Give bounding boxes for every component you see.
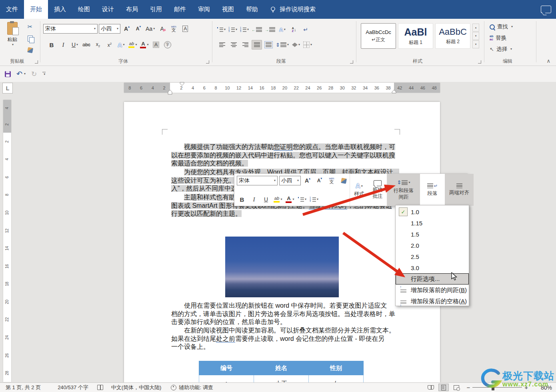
character-shading-button[interactable]: A [151,40,161,50]
mini-styles-button[interactable]: A▾ 样式 [350,174,368,206]
tab-file[interactable]: 文件 [0,0,24,19]
italic-button[interactable]: I [58,40,68,50]
align-left-button[interactable] [217,40,227,50]
multilevel-list-button[interactable]: ▾ [239,25,250,34]
undo-button[interactable]: ↶▾ [16,70,26,78]
save-button[interactable] [5,71,11,77]
document-page[interactable]: 视频提供了功能强大的方法帮助您证明您的观点。当您单击联机视频时，可 以在想要添加… [124,102,440,383]
change-case-button[interactable]: Aa▾ [145,24,156,34]
zoom-slider[interactable] [472,387,522,388]
tab-design[interactable]: 设计 [96,0,120,19]
replace-button[interactable]: abac替换 [490,33,513,43]
accessibility-status[interactable]: 辅助功能: 调查 [179,384,213,391]
styles-more-button[interactable]: ▾ [472,40,479,48]
menu-item-2-0[interactable]: 2.0 [396,240,469,251]
menu-item-add-space-after[interactable]: ↓ 增加段落后的空格(A) [396,296,469,307]
enclose-characters-button[interactable]: 字 [162,40,173,50]
copy-button[interactable] [25,34,35,43]
zoom-level[interactable]: 80% [531,384,552,391]
font-dialog-launcher-icon[interactable] [206,60,209,64]
text-highlight-button[interactable]: ab▾ [128,40,138,50]
web-layout-button[interactable] [451,384,462,391]
paste-button[interactable]: 粘贴 ▾ [3,22,22,46]
paragraph[interactable]: 在新的阅读视图中阅读更加容易。可以折叠文档某些部分并关注所需文本。 如果在达到结… [171,326,395,351]
style-card-heading1[interactable]: AaBl 标题 1 [398,23,433,49]
justify-active-button[interactable]: 两端对齐 [445,174,474,206]
menu-item-1-5[interactable]: 1.5 [396,229,469,240]
tab-home[interactable]: 开始 [24,0,48,19]
tab-review[interactable]: 审阅 [192,0,216,19]
menu-item-1-15[interactable]: 1.15 [396,217,469,229]
menu-item-2-5[interactable]: 2.5 [396,251,469,262]
right-indent-marker[interactable] [392,90,396,94]
justify-button[interactable] [252,40,262,50]
mini-phonetic-button[interactable]: wén文 [326,176,337,185]
vertical-ruler[interactable]: 42 246810121416182022242628 [3,100,11,382]
styles-scroll-down-button[interactable]: ▾ [472,32,479,40]
tab-stop-selector[interactable]: L [2,83,13,94]
mini-bullets-button[interactable]: ▾ [297,195,307,204]
increase-indent-button[interactable]: → [264,25,276,34]
tab-layout[interactable]: 布局 [120,0,144,19]
styles-scroll-up-button[interactable]: ▴ [472,24,479,32]
language-indicator[interactable]: 中文(简体，中国大陆) [111,384,162,391]
first-line-indent-marker[interactable] [180,82,184,86]
clipboard-dialog-launcher-icon[interactable] [35,60,38,64]
superscript-button[interactable]: x2 [104,40,115,50]
style-card-heading2[interactable]: AaBbC 标题 2 [435,23,470,49]
line-and-paragraph-spacing-button[interactable]: ⇕▾ 行和段落间距 [387,174,420,206]
decrease-indent-button[interactable]: ← [251,25,263,34]
paragraph-settings-button[interactable]: ↵ 段落 [420,174,445,206]
new-comment-button[interactable]: 新建批注 [368,174,387,206]
grow-font-button[interactable]: A▴ [122,24,132,34]
find-button[interactable]: 查找▾ [490,22,513,32]
mini-font-color-button[interactable]: A▾ [285,195,295,204]
paragraph[interactable]: 视频提供了功能强大的方法帮助您证明您的观点。当您单击联机视频时，可 以在想要添加… [171,143,395,168]
mini-font-name-combo[interactable]: 宋体 ▾ [237,176,278,185]
paragraph[interactable]: 使用在需要位置出现的新按钮在 word 中保存时间。若要更改图片适应文 档的方式… [171,302,395,326]
document-table[interactable]: 编号 姓名 性别 1 小王 女 [199,361,364,383]
character-border-button[interactable]: A [180,24,190,34]
line-spacing-button[interactable]: ⇕▾ [275,40,290,50]
format-painter-button[interactable] [25,45,35,55]
align-right-button[interactable] [240,40,250,50]
tab-references[interactable]: 引用 [144,0,168,19]
hanging-indent-marker[interactable] [168,90,172,95]
document-photo[interactable] [225,237,339,297]
select-button[interactable]: ↖选择▾ [490,44,513,54]
align-center-button[interactable] [228,40,239,50]
tab-help[interactable]: 帮助 [240,0,264,19]
page-indicator[interactable]: 第 1 页, 共 2 页 [6,384,41,391]
borders-button[interactable]: ▾ [302,40,313,50]
phonetic-guide-button[interactable]: wén文 [168,24,179,34]
menu-item-add-space-before[interactable]: ↑ 增加段落前的间距(B) [396,285,469,296]
paragraph-dialog-launcher-icon[interactable] [350,60,353,64]
proofing-icon[interactable] [97,385,103,390]
mini-bold-button[interactable]: B [237,195,247,204]
mini-grow-font-button[interactable]: A▴ [302,176,313,185]
mini-italic-button[interactable]: I [249,195,259,204]
font-size-combo[interactable]: 小四 ▾ [99,24,120,34]
zoom-out-button[interactable]: − [466,384,470,391]
cut-button[interactable]: ✂ [25,22,35,32]
collapse-ribbon-icon[interactable]: ∧ [546,58,550,64]
accessibility-icon[interactable] [171,385,176,390]
customize-qat-button[interactable]: ▾ [42,72,46,76]
word-count[interactable]: 240/537 个字 [58,384,88,391]
styles-dialog-launcher-icon[interactable] [478,60,481,64]
redo-button[interactable]: ↻ [31,71,37,78]
bold-button[interactable]: B [46,40,57,50]
print-layout-button[interactable] [438,384,449,391]
font-color-button[interactable]: A▾ [139,40,150,50]
numbering-button[interactable]: ▾ [228,25,238,34]
tab-view[interactable]: 视图 [216,0,240,19]
show-marks-button[interactable]: ↵ [300,25,311,34]
asian-layout-button[interactable]: A▾ [277,25,288,34]
sort-button[interactable]: AZ↓ [289,25,299,34]
mini-highlight-button[interactable]: ab▾ [273,195,283,204]
mini-shrink-font-button[interactable]: A▾ [314,176,325,185]
menu-item-1-0[interactable]: ✓ 1.0 [396,206,469,217]
strikethrough-button[interactable]: abc [81,40,92,50]
mini-format-painter-button[interactable] [338,176,349,185]
mini-underline-button[interactable]: U [261,195,271,204]
